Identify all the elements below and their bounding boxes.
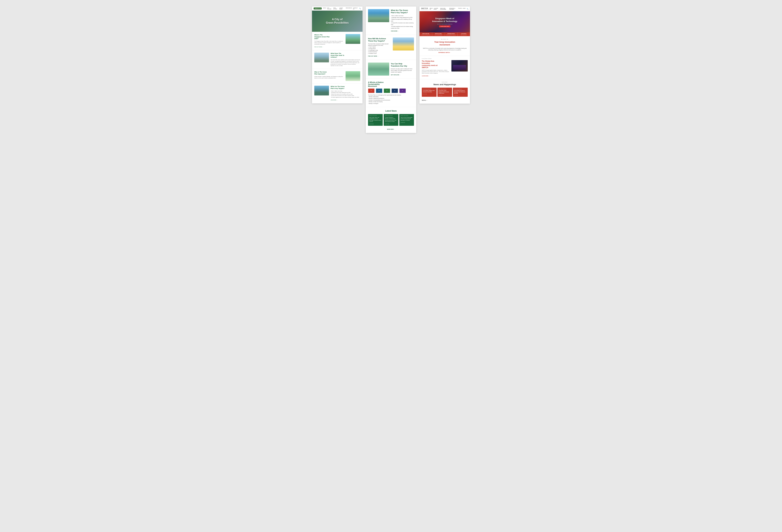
p3-innovation: BE PART OF Year-long innovationmovement … <box>420 36 470 56</box>
p3-tab-lab[interactable]: LAB CRAWLS Mini innovation labs <box>457 32 470 36</box>
p2-help: You Can HelpTransform Our City Everyone … <box>366 60 416 79</box>
p2-news-card-1[interactable]: PRESS RELEASES NEA Invites Views and Sug… <box>368 114 383 126</box>
p2-news-grid: PRESS RELEASES NEA Invites Views and Sug… <box>368 114 414 126</box>
p3-nav-about[interactable]: ABOUT US <box>430 8 433 10</box>
p3-hero-sub: Our Year-Long Innovation Programme <box>437 24 452 25</box>
p3-nc2-title: 3 Sep 2022 | China Singapore AI Ecosyste… <box>438 90 451 94</box>
p3-tabs: SWITCH BEYOND Innovation & Technology Tr… <box>420 32 470 36</box>
p2-targets-image <box>368 9 389 22</box>
p3-nc3-title: 15 Jun 2022 | Eurostars X Singapore Tech… <box>454 90 467 94</box>
nav-latest-news[interactable]: LATEST NEWS <box>340 7 345 9</box>
p2-help-title: You Can HelpTransform Our City <box>391 63 414 67</box>
p2-news-date-3: 16 SEP 2022 <box>401 122 413 123</box>
p3-innovation-body: SWITCH is a community of innovation with… <box>422 47 468 51</box>
p3-see-all: SEE ALL → <box>422 98 468 101</box>
p1-s1-link[interactable]: FIND OUT MORE → <box>314 46 323 47</box>
nav-about[interactable]: ABOUT <box>323 7 326 9</box>
p1-s2-title: What Does TheGreen Plan Seek ToAchieve? <box>330 52 360 58</box>
p3-flagship-title: The Global-AsiaInnovationcommunity meets… <box>422 60 450 69</box>
p3-news-label: EXPLORE <box>422 82 468 82</box>
p3-logo: SW!TCH INNOVATION WEEK SG <box>421 7 428 10</box>
p3-navbar: SW!TCH INNOVATION WEEK SG ABOUT US FLAGS… <box>420 6 470 11</box>
p3-nc1-title: 11 Oct 2022 | Seagate LYVE Innovator of … <box>423 90 435 93</box>
p2-help-link[interactable]: GET INVOLVED → <box>391 74 401 75</box>
p2-logo-mse: MSE <box>384 88 390 93</box>
p3-nav-flagship[interactable]: FLAGSHIP EVENT <box>434 8 439 10</box>
p3-hero-btn[interactable]: LEARN MORE HERE <box>439 26 450 27</box>
p2-achieve-link[interactable]: FIND OUT MORE → <box>368 56 379 57</box>
p2-logo-mot: MOT <box>399 88 406 93</box>
p2-help-image <box>368 63 389 76</box>
p3-innovation-link[interactable]: EXPERIENCE SWITCH → <box>422 52 468 53</box>
p1-logo: GREEN PLAN <box>314 7 322 9</box>
p3-flagship: FLAGSHIP EVENT The Global-AsiaInnovation… <box>420 56 470 79</box>
p3-news-card-3[interactable]: EVENTS AND INITIATIVES 15 Jun 2022 | Eur… <box>453 87 468 97</box>
p2-news-tag-2: PRESS RELEASES <box>385 115 397 116</box>
p1-section-why: Why Is The GreenPlan Important? Climate … <box>312 69 362 83</box>
p2-latest-news: Latest News PRESS RELEASES NEA Invites V… <box>366 107 416 133</box>
p3-see-all-link[interactable]: SEE ALL → <box>422 100 427 101</box>
p1-navbar: GREEN PLAN ABOUT KEY PILLARS TAKE ACTION… <box>312 6 362 10</box>
p3-flagship-label: FLAGSHIP EVENT <box>422 58 468 59</box>
p1-section-targets: What Are The GreenPlan's Key Targets? - … <box>312 83 362 103</box>
p3-flagship-body: SWITCH brought together leaders, entrepr… <box>422 70 450 74</box>
p1-s4-link[interactable]: VIEW MORE → <box>330 100 337 101</box>
p3-innovation-title: Year-long innovationmovement <box>422 41 468 46</box>
p2-won-title: A Whole-of-NationSustainabilityMovement <box>368 81 414 87</box>
p3-nc2-tag: EVENTS AND INITIATIVES <box>438 89 451 90</box>
p1-s2-body: The Green Plan charts ambitious and conc… <box>330 59 360 67</box>
p1-nav-links: ABOUT KEY PILLARS TAKE ACTION LATEST NEW… <box>323 7 358 9</box>
p2-whole-nation: A Whole-of-NationSustainabilityMovement … <box>366 79 416 107</box>
p2-achieve-body: The Green Plan comprises 5 pillars that … <box>368 43 391 54</box>
p3-news: EXPLORE News and Happenings EVENTS AND I… <box>420 79 470 104</box>
p3-innovation-label: BE PART OF <box>422 39 468 40</box>
p3-nc1-date: 09 OCT 2022 <box>423 94 435 95</box>
p1-hero: A City ofGreen Possibilites <box>312 10 362 32</box>
p3-tab-partner[interactable]: PARTNER EVENTS More Innovation the commu… <box>445 32 458 36</box>
nav-take-action[interactable]: TAKE ACTION <box>333 7 339 9</box>
p3-news-card-2[interactable]: EVENTS AND INITIATIVES 3 Sep 2022 | Chin… <box>437 87 452 97</box>
p3-tab-global[interactable]: SWITCH GLOBAL Connect to global markets <box>432 32 445 36</box>
p2-achieve-image <box>393 37 414 50</box>
p3-flagship-link[interactable]: LEARN MORE → <box>422 75 430 76</box>
p2-targets-list: - Plant 1 million more trees - Quadruple… <box>391 15 414 29</box>
p3-flagship-image <box>452 60 468 72</box>
p2-logo-moe: MoE <box>368 88 375 93</box>
panel-greenplan-detail: What Are The GreenPlan's Key Targets? - … <box>366 6 416 133</box>
p2-news-date-1: 22 SEP 2022 <box>369 123 381 125</box>
p1-s4-targets: - Plant 1 million more trees - Quadruple… <box>330 91 359 98</box>
p3-nav-yearlong[interactable]: YEAR-LONG PROGRAMME <box>440 8 449 10</box>
p3-search-icon[interactable]: 🔍 <box>467 8 468 10</box>
p2-help-body: Everyone can play a part in making the G… <box>391 68 414 73</box>
p2-news-headline-1: NEA Invites Views and Suggestions on the… <box>369 117 381 122</box>
p3-nc1-tag: EVENTS AND INITIATIVES <box>423 89 435 90</box>
p3-nc2-date: 31 AUG 2022 <box>438 95 451 96</box>
p1-s4-image <box>314 86 329 96</box>
p1-section-what-is: What Is TheSingapore Green Plan2030? The… <box>312 32 362 50</box>
search-icon[interactable]: 🔍 <box>359 8 361 9</box>
p3-nav-tickets[interactable]: TICKETS <box>458 8 462 10</box>
p2-news-card-2[interactable]: PRESS RELEASES Forward Singapore - Minis… <box>384 114 398 126</box>
p3-nav-sponsors[interactable]: SPONSORS & PARTNERS <box>449 8 457 10</box>
p2-news-tag-1: PRESS RELEASES <box>369 115 381 116</box>
p3-news-card-1[interactable]: EVENTS AND INITIATIVES 11 Oct 2022 | Sea… <box>422 87 437 97</box>
p2-news-title: Latest News <box>368 110 414 112</box>
p2-news-card-3[interactable]: PRESS RELEASES Topic of Food Sustainabil… <box>399 114 414 126</box>
p2-targets-link[interactable]: VIEW MORE → <box>391 31 399 32</box>
panel-switch: SW!TCH INNOVATION WEEK SG ABOUT US FLAGS… <box>420 6 470 104</box>
nav-resources[interactable]: RESOURCES <box>346 7 352 9</box>
nav-key-pillars[interactable]: KEY PILLARS <box>327 7 332 9</box>
p1-s3-title: Why Is The GreenPlan Important? <box>314 71 344 75</box>
p1-s2-image <box>314 52 329 62</box>
p3-nav-login[interactable]: LOGIN <box>463 8 465 10</box>
p1-s3-image <box>346 71 360 81</box>
p3-news-grid: EVENTS AND INITIATIVES 11 Oct 2022 | Sea… <box>422 87 468 97</box>
p1-s1-body: The Singapore Green Plan 2030, or the Gr… <box>314 41 344 45</box>
p2-more-news: MORE NEWS → <box>368 128 414 130</box>
p2-more-link[interactable]: MORE NEWS → <box>387 129 395 130</box>
p2-won-logos: MoE MND MSE MTI MOT <box>368 88 414 93</box>
p2-achieve: How Will We AchieveThese Key Targets? Th… <box>366 35 416 60</box>
nav-contact[interactable]: CONTACT US <box>353 7 358 9</box>
p3-tab-beyond[interactable]: SWITCH BEYOND Innovation & Technology Tr… <box>420 32 432 36</box>
p3-nav-links: ABOUT US FLAGSHIP EVENT YEAR-LONG PROGRA… <box>430 8 465 10</box>
